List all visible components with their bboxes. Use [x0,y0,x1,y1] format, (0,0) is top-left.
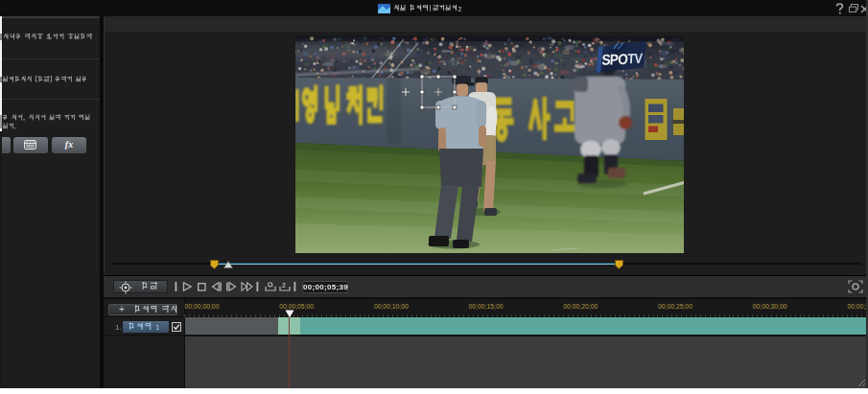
svg-text:1: 1 [155,323,160,332]
svg-text:2: 2 [458,6,462,12]
svg-text:1.: 1. [115,323,122,332]
svg-text:+: + [119,304,125,314]
